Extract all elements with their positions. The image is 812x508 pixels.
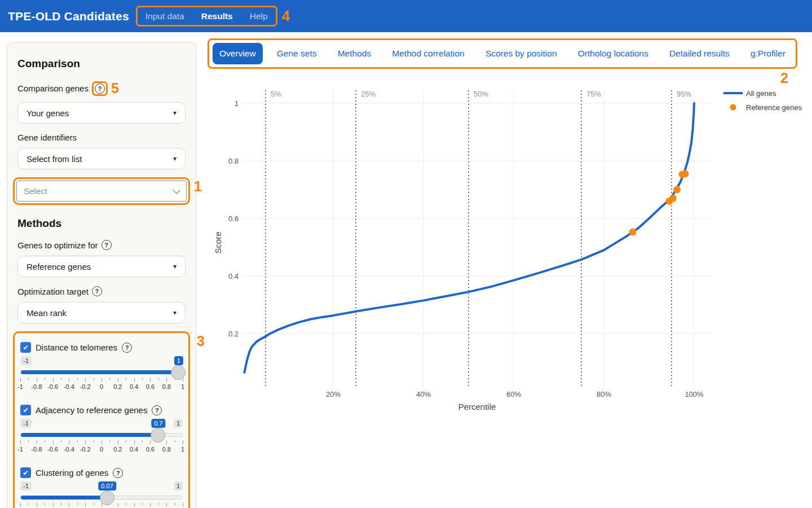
gene-identifiers-select[interactable]: Select from list ▾: [17, 148, 186, 169]
all-genes-line: [244, 103, 694, 373]
tab-g-profiler[interactable]: g:Profiler: [744, 43, 792, 64]
slider-fill: [21, 433, 158, 437]
slider-max-badge: 1: [174, 481, 183, 491]
optimize-select[interactable]: Reference genes ▾: [17, 256, 186, 277]
slider-handle[interactable]: [171, 365, 186, 380]
slider-value-badge: 0.07: [98, 481, 116, 491]
x-tick-label: 80%: [597, 390, 611, 398]
slider-value-badge: 1: [174, 356, 183, 365]
method-control: ✔Distance to telomeres?-11-1-0.8-0.6-0.4…: [20, 342, 183, 399]
y-axis-title: Score: [213, 231, 223, 253]
method-checkbox[interactable]: ✔: [20, 467, 31, 478]
slider-tick-label: -1: [17, 383, 23, 390]
slider-tick-label: -0.4: [64, 383, 74, 390]
comparison-genes-select[interactable]: Your genes ▾: [17, 102, 186, 124]
tab-ortholog-locations[interactable]: Ortholog locations: [571, 43, 655, 64]
slider-tick: [126, 503, 126, 505]
nav-item-help[interactable]: Help: [250, 11, 268, 21]
optimize-value: Reference genes: [27, 262, 91, 271]
help-icon[interactable]: ?: [92, 286, 102, 296]
x-axis-title: Percentile: [458, 402, 496, 411]
slider-rail[interactable]: [20, 433, 183, 437]
method-slider: -110.7-1-0.8-0.6-0.4-0.200.20.40.60.81: [20, 418, 183, 462]
help-annotation-box: ?: [92, 81, 108, 96]
reference-gene-dot: [682, 170, 689, 177]
tabs-annotation-box: OverviewGene setsMethodsMethod correlati…: [208, 38, 797, 69]
nav-item-input-data[interactable]: Input data: [145, 11, 184, 21]
slider-tick: [118, 440, 118, 444]
y-tick-label: 1: [235, 99, 239, 108]
method-header: ✔Clustering of genes?: [20, 467, 183, 478]
slider-tick-label: 0.8: [162, 383, 171, 390]
slider-tick: [142, 440, 143, 443]
optimize-label: Genes to optimize for: [17, 240, 98, 250]
slider-tick: [94, 440, 94, 443]
slider-tick-label: 0.4: [130, 446, 138, 453]
slider-handle[interactable]: [151, 428, 165, 443]
slider-tick: [183, 503, 183, 507]
target-value: Mean rank: [27, 308, 67, 318]
slider-min-badge: -1: [20, 419, 32, 428]
slider-tick: [53, 440, 54, 444]
slider-tick: [94, 503, 94, 505]
target-select[interactable]: Mean rank ▾: [17, 302, 186, 323]
slider-tick: [37, 440, 37, 444]
slider-tick: [142, 378, 143, 380]
tab-detailed-results[interactable]: Detailed results: [663, 43, 736, 64]
slider-tick-label: 1: [181, 446, 184, 453]
help-icon[interactable]: ?: [102, 240, 112, 250]
slider-tick: [37, 378, 37, 382]
reference-gene-dot: [673, 186, 681, 194]
slider-value-badge: 0.7: [151, 419, 165, 428]
slider-tick: [61, 378, 61, 380]
method-control: ✔Clustering of genes?-110.07-1-0.8-0.6-0…: [20, 467, 183, 508]
slider-tick-label: 0.8: [162, 446, 171, 453]
slider-tick-label: -0.6: [47, 383, 58, 390]
overview-chart[interactable]: 0.20.40.60.8120%40%60%80%100%5%25%50%75%…: [209, 79, 812, 424]
gene-identifiers-label: Gene identifiers: [17, 133, 186, 142]
app-header: TPE-OLD Candidates Input dataResultsHelp…: [0, 0, 812, 32]
reference-gene-dot: [669, 195, 677, 202]
tab-gene-sets[interactable]: Gene sets: [270, 43, 324, 64]
percentile-guide-label: 5%: [271, 90, 281, 98]
slider-tick: [69, 440, 69, 444]
slider-tick-label: 0.2: [113, 383, 122, 390]
gene-select-input[interactable]: Select: [16, 181, 187, 202]
method-label: Distance to telomeres: [36, 343, 117, 352]
slider-tick: [77, 503, 78, 505]
nav-item-results[interactable]: Results: [201, 11, 233, 21]
gene-identifiers-value: Select from list: [27, 154, 82, 164]
slider-tick: [85, 378, 86, 382]
slider-tick-label: 0.2: [113, 446, 122, 453]
slider-rail[interactable]: [20, 370, 183, 374]
slider-tick: [134, 378, 135, 382]
method-checkbox[interactable]: ✔: [20, 405, 31, 415]
annotation-1: 1: [194, 178, 202, 195]
help-icon[interactable]: ?: [95, 84, 105, 94]
tab-methods[interactable]: Methods: [331, 43, 378, 64]
slider-tick: [28, 378, 29, 380]
method-checkbox[interactable]: ✔: [20, 342, 31, 353]
slider-tick-labels: -1-0.8-0.6-0.4-0.200.20.40.60.81: [20, 383, 183, 391]
slider-tick-label: 0: [100, 383, 103, 390]
y-tick-label: 0.4: [228, 272, 239, 281]
tab-scores-by-position[interactable]: Scores by position: [479, 43, 564, 64]
slider-tick: [53, 378, 54, 382]
slider-tick: [126, 440, 126, 443]
tab-method-correlation[interactable]: Method correlation: [385, 43, 471, 64]
slider-tick: [69, 378, 69, 382]
slider-tick: [45, 503, 45, 505]
tab-overview[interactable]: Overview: [213, 43, 263, 64]
slider-tick: [158, 503, 159, 505]
slider-tick: [20, 503, 21, 507]
slider-tick-label: 0.6: [146, 383, 155, 390]
chevron-down-icon: ▾: [173, 262, 176, 270]
help-icon[interactable]: ?: [152, 405, 162, 415]
slider-rail[interactable]: [20, 496, 183, 500]
slider-tick: [28, 440, 29, 443]
slider-handle[interactable]: [100, 491, 114, 505]
help-icon[interactable]: ?: [113, 468, 123, 478]
help-icon[interactable]: ?: [122, 343, 132, 353]
slider-min-badge: -1: [20, 356, 32, 365]
slider-tick: [109, 378, 110, 380]
